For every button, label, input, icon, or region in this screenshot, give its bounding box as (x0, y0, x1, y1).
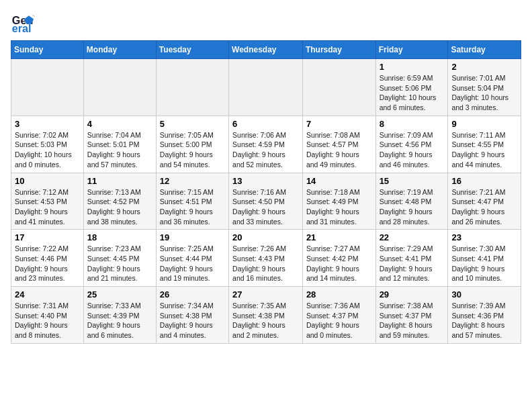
day-info: Sunrise: 7:04 AM Sunset: 5:01 PM Dayligh… (87, 130, 152, 170)
calendar-cell: 3Sunrise: 7:02 AM Sunset: 5:03 PM Daylig… (11, 116, 84, 173)
day-number: 1 (380, 62, 445, 72)
day-info: Sunrise: 7:15 AM Sunset: 4:51 PM Dayligh… (160, 187, 225, 227)
calendar-cell: 2Sunrise: 7:01 AM Sunset: 5:04 PM Daylig… (448, 59, 521, 116)
day-number: 19 (160, 232, 225, 242)
day-number: 17 (15, 232, 80, 242)
day-info: Sunrise: 7:34 AM Sunset: 4:38 PM Dayligh… (160, 301, 225, 340)
day-number: 28 (306, 289, 372, 300)
day-number: 22 (380, 232, 445, 242)
calendar-cell: 9Sunrise: 7:11 AM Sunset: 4:55 PM Daylig… (448, 116, 521, 173)
day-info: Sunrise: 7:08 AM Sunset: 4:57 PM Dayligh… (306, 130, 372, 170)
day-info: Sunrise: 7:35 AM Sunset: 4:38 PM Dayligh… (232, 301, 299, 340)
day-number: 21 (306, 232, 372, 242)
calendar-header-row: SundayMondayTuesdayWednesdayThursdayFrid… (11, 41, 521, 59)
calendar-cell: 4Sunrise: 7:04 AM Sunset: 5:01 PM Daylig… (83, 116, 156, 173)
day-number: 8 (380, 119, 445, 129)
day-info: Sunrise: 7:26 AM Sunset: 4:43 PM Dayligh… (232, 244, 299, 283)
calendar-cell (156, 59, 228, 116)
calendar-cell: 29Sunrise: 7:38 AM Sunset: 4:37 PM Dayli… (375, 287, 448, 344)
day-header-wednesday: Wednesday (229, 41, 303, 59)
day-number: 23 (451, 232, 517, 242)
day-info: Sunrise: 7:21 AM Sunset: 4:47 PM Dayligh… (451, 187, 517, 227)
day-info: Sunrise: 7:22 AM Sunset: 4:46 PM Dayligh… (15, 244, 80, 283)
calendar-cell: 11Sunrise: 7:13 AM Sunset: 4:52 PM Dayli… (83, 173, 156, 230)
calendar-cell: 26Sunrise: 7:34 AM Sunset: 4:38 PM Dayli… (156, 287, 228, 344)
calendar-cell: 12Sunrise: 7:15 AM Sunset: 4:51 PM Dayli… (156, 173, 228, 230)
day-info: Sunrise: 7:01 AM Sunset: 5:04 PM Dayligh… (451, 73, 517, 113)
day-info: Sunrise: 7:30 AM Sunset: 4:41 PM Dayligh… (451, 244, 517, 283)
day-number: 16 (451, 176, 517, 186)
day-info: Sunrise: 7:31 AM Sunset: 4:40 PM Dayligh… (15, 301, 80, 340)
svg-text:eral: eral (12, 22, 32, 34)
day-number: 9 (451, 119, 517, 129)
day-info: Sunrise: 7:12 AM Sunset: 4:53 PM Dayligh… (15, 187, 80, 227)
calendar-cell: 7Sunrise: 7:08 AM Sunset: 4:57 PM Daylig… (302, 116, 375, 173)
day-info: Sunrise: 7:09 AM Sunset: 4:56 PM Dayligh… (380, 130, 445, 170)
day-number: 24 (15, 289, 80, 300)
day-header-friday: Friday (375, 41, 448, 59)
day-number: 26 (160, 289, 225, 300)
day-number: 29 (380, 289, 445, 300)
day-info: Sunrise: 6:59 AM Sunset: 5:06 PM Dayligh… (380, 73, 445, 113)
day-number: 25 (87, 289, 152, 300)
day-number: 13 (232, 176, 299, 186)
day-info: Sunrise: 7:11 AM Sunset: 4:55 PM Dayligh… (451, 130, 517, 170)
calendar-cell (302, 59, 375, 116)
day-info: Sunrise: 7:25 AM Sunset: 4:44 PM Dayligh… (160, 244, 225, 283)
day-info: Sunrise: 7:27 AM Sunset: 4:42 PM Dayligh… (306, 244, 372, 283)
day-info: Sunrise: 7:02 AM Sunset: 5:03 PM Dayligh… (15, 130, 80, 170)
calendar-cell: 14Sunrise: 7:18 AM Sunset: 4:49 PM Dayli… (302, 173, 375, 230)
day-header-tuesday: Tuesday (156, 41, 228, 59)
calendar-cell: 13Sunrise: 7:16 AM Sunset: 4:50 PM Dayli… (229, 173, 303, 230)
day-number: 20 (232, 232, 299, 242)
calendar-week-row: 10Sunrise: 7:12 AM Sunset: 4:53 PM Dayli… (11, 173, 521, 230)
calendar-cell: 24Sunrise: 7:31 AM Sunset: 4:40 PM Dayli… (11, 287, 84, 344)
day-number: 18 (87, 232, 152, 242)
calendar-cell (83, 59, 156, 116)
calendar-cell (11, 59, 84, 116)
calendar-cell: 8Sunrise: 7:09 AM Sunset: 4:56 PM Daylig… (375, 116, 448, 173)
calendar-cell: 28Sunrise: 7:36 AM Sunset: 4:37 PM Dayli… (302, 287, 375, 344)
day-info: Sunrise: 7:18 AM Sunset: 4:49 PM Dayligh… (306, 187, 372, 227)
day-info: Sunrise: 7:06 AM Sunset: 4:59 PM Dayligh… (232, 130, 299, 170)
day-number: 27 (232, 289, 299, 300)
day-number: 6 (232, 119, 299, 129)
day-number: 4 (87, 119, 152, 129)
calendar-cell (229, 59, 303, 116)
day-number: 15 (380, 176, 445, 186)
day-info: Sunrise: 7:13 AM Sunset: 4:52 PM Dayligh… (87, 187, 152, 227)
day-number: 11 (87, 176, 152, 186)
calendar-cell: 22Sunrise: 7:29 AM Sunset: 4:41 PM Dayli… (375, 230, 448, 287)
day-number: 12 (160, 176, 225, 186)
day-info: Sunrise: 7:39 AM Sunset: 4:36 PM Dayligh… (451, 301, 517, 340)
calendar-cell: 21Sunrise: 7:27 AM Sunset: 4:42 PM Dayli… (302, 230, 375, 287)
calendar-cell: 19Sunrise: 7:25 AM Sunset: 4:44 PM Dayli… (156, 230, 228, 287)
day-number: 5 (160, 119, 225, 129)
day-info: Sunrise: 7:23 AM Sunset: 4:45 PM Dayligh… (87, 244, 152, 283)
logo: Gen eral (11, 11, 38, 35)
day-number: 10 (15, 176, 80, 186)
calendar-cell: 20Sunrise: 7:26 AM Sunset: 4:43 PM Dayli… (229, 230, 303, 287)
calendar-cell: 18Sunrise: 7:23 AM Sunset: 4:45 PM Dayli… (83, 230, 156, 287)
day-number: 2 (451, 62, 517, 72)
calendar-cell: 16Sunrise: 7:21 AM Sunset: 4:47 PM Dayli… (448, 173, 521, 230)
day-info: Sunrise: 7:38 AM Sunset: 4:37 PM Dayligh… (380, 301, 445, 340)
calendar-cell: 17Sunrise: 7:22 AM Sunset: 4:46 PM Dayli… (11, 230, 84, 287)
day-header-monday: Monday (83, 41, 156, 59)
logo-icon: Gen eral (11, 11, 35, 35)
day-info: Sunrise: 7:19 AM Sunset: 4:48 PM Dayligh… (380, 187, 445, 227)
calendar-cell: 15Sunrise: 7:19 AM Sunset: 4:48 PM Dayli… (375, 173, 448, 230)
day-info: Sunrise: 7:16 AM Sunset: 4:50 PM Dayligh… (232, 187, 299, 227)
calendar-cell: 1Sunrise: 6:59 AM Sunset: 5:06 PM Daylig… (375, 59, 448, 116)
day-number: 14 (306, 176, 372, 186)
day-number: 7 (306, 119, 372, 129)
day-header-sunday: Sunday (11, 41, 84, 59)
calendar-cell: 30Sunrise: 7:39 AM Sunset: 4:36 PM Dayli… (448, 287, 521, 344)
calendar-cell: 23Sunrise: 7:30 AM Sunset: 4:41 PM Dayli… (448, 230, 521, 287)
day-info: Sunrise: 7:36 AM Sunset: 4:37 PM Dayligh… (306, 301, 372, 340)
calendar-week-row: 1Sunrise: 6:59 AM Sunset: 5:06 PM Daylig… (11, 59, 521, 116)
day-header-saturday: Saturday (448, 41, 521, 59)
header: Gen eral (11, 11, 521, 35)
day-number: 30 (451, 289, 517, 300)
calendar-cell: 27Sunrise: 7:35 AM Sunset: 4:38 PM Dayli… (229, 287, 303, 344)
